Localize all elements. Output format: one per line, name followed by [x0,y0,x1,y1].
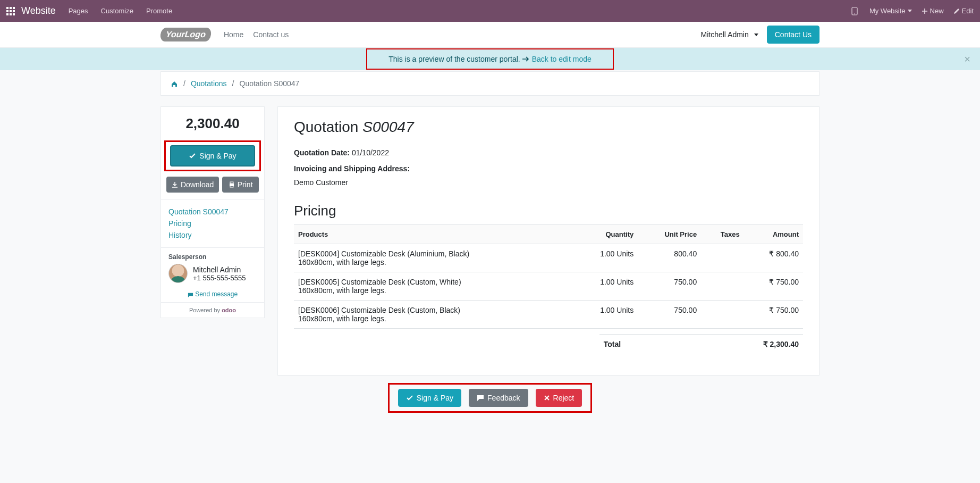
sidebar: 2,300.40 Sign & Pay Download Print Quota [160,106,265,318]
user-dropdown[interactable]: Mitchell Admin [700,30,758,39]
check-icon [406,395,413,401]
topbar-brand[interactable]: Website [21,5,56,16]
my-website-dropdown[interactable]: My Website [869,7,912,15]
topbar-pages[interactable]: Pages [69,7,88,15]
apps-icon[interactable] [6,7,15,15]
col-taxes: Taxes [701,225,744,244]
table-row: [DESK0006] Customizable Desk (Custom, Bl… [294,301,803,329]
print-icon [229,181,235,188]
close-icon[interactable]: × [964,53,970,65]
tax-cell [701,301,744,329]
table-row: [DESK0005] Customizable Desk (Custom, Wh… [294,272,803,301]
sign-pay-highlight: Sign & Pay [164,140,261,171]
sign-pay-label: Sign & Pay [199,152,236,160]
table-row: [DESK0004] Customizable Desk (Aluminium,… [294,244,803,272]
action-bar-highlight: Sign & Pay Feedback Reject [388,383,592,413]
check-icon [189,153,196,159]
sidebar-link-quotation[interactable]: Quotation S00047 [168,206,257,218]
sign-pay-button-side[interactable]: Sign & Pay [170,145,255,166]
col-unit-price: Unit Price [638,225,701,244]
close-icon [544,395,550,401]
powered-by: Powered by odoo [161,302,264,318]
unit-cell: 800.40 [638,244,701,272]
send-message-link[interactable]: Send message [188,290,238,298]
salesperson-block: Salesperson Mitchell Admin +1 555-555-55… [161,247,264,288]
col-products: Products [294,225,573,244]
alert-text: This is a preview of the customer portal… [388,55,520,63]
my-website-label: My Website [869,7,906,15]
qty-cell: 1.00 Units [573,272,638,301]
pricing-heading: Pricing [294,203,803,219]
breadcrumb-quotations[interactable]: Quotations [191,79,227,88]
salesperson-phone: +1 555-555-5555 [193,274,246,282]
avatar [168,264,188,283]
logo[interactable]: YourLogo [160,28,212,41]
sidebar-link-pricing[interactable]: Pricing [168,218,257,229]
product-name: [DESK0004] Customizable Desk (Aluminium,… [298,249,569,258]
feedback-button-label: Feedback [487,394,520,402]
feedback-button[interactable]: Feedback [469,389,528,407]
print-label: Print [238,180,253,189]
user-name: Mitchell Admin [700,30,748,39]
breadcrumb: / Quotations / Quotation S00047 [160,71,820,96]
col-quantity: Quantity [573,225,638,244]
salesperson-name: Mitchell Admin [193,265,246,274]
amount-cell: ₹ 800.40 [744,244,803,272]
topbar-customize[interactable]: Customize [101,7,133,15]
total-value: ₹ 2,300.40 [674,335,803,354]
download-icon [172,181,178,188]
unit-cell: 750.00 [638,272,701,301]
reject-button-label: Reject [553,394,575,402]
svg-rect-4 [230,186,233,187]
product-desc: 160x80cm, with large legs. [298,286,569,295]
amount-cell: ₹ 750.00 [744,301,803,329]
edit-label: Edit [962,7,974,15]
mobile-preview-icon[interactable] [851,7,860,15]
address-label: Invoicing and Shipping Address: [294,164,410,173]
preview-alert: This is a preview of the customer portal… [0,48,980,70]
product-name: [DESK0006] Customizable Desk (Custom, Bl… [298,306,569,314]
qty-cell: 1.00 Units [573,301,638,329]
tax-cell [701,272,744,301]
send-message-label: Send message [195,290,238,298]
sidebar-link-history[interactable]: History [168,229,257,241]
unit-cell: 750.00 [638,301,701,329]
product-desc: 160x80cm, with large legs. [298,314,569,323]
navbar: YourLogo Home Contact us Mitchell Admin … [0,22,980,48]
topbar: Website Pages Customize Promote My Websi… [0,0,980,22]
sign-pay-button[interactable]: Sign & Pay [398,389,461,407]
tax-cell [701,244,744,272]
content: Quotation S00047 Quotation Date: 01/10/2… [277,106,820,376]
nav-home[interactable]: Home [224,30,243,39]
topbar-promote[interactable]: Promote [146,7,172,15]
quotation-date-value: 01/10/2022 [352,148,389,157]
product-name: [DESK0005] Customizable Desk (Custom, Wh… [298,278,569,286]
sidebar-total: 2,300.40 [161,107,264,140]
qty-cell: 1.00 Units [573,244,638,272]
download-label: Download [181,180,214,189]
salesperson-label: Salesperson [168,253,257,261]
contact-us-button[interactable]: Contact Us [767,26,820,44]
reject-button[interactable]: Reject [536,389,582,407]
amount-cell: ₹ 750.00 [744,272,803,301]
nav-contact[interactable]: Contact us [253,30,289,39]
product-desc: 160x80cm, with large legs. [298,258,569,267]
sign-pay-button-label: Sign & Pay [417,394,453,402]
total-label: Total [599,335,674,354]
new-label: New [930,7,944,15]
download-button[interactable]: Download [166,177,219,193]
home-icon[interactable] [171,79,178,88]
page-title: Quotation S00047 [294,119,803,136]
new-button[interactable]: New [922,7,944,15]
sidebar-nav: Quotation S00047 Pricing History [161,199,264,247]
svg-rect-3 [230,182,233,184]
breadcrumb-current: Quotation S00047 [240,79,300,88]
pricing-table: Products Quantity Unit Price Taxes Amoun… [294,224,803,329]
comment-icon [477,395,484,401]
print-button[interactable]: Print [222,177,259,193]
address-value: Demo Customer [294,178,348,187]
odoo-logo: odoo [222,307,236,313]
back-to-edit-link[interactable]: Back to edit mode [532,55,592,63]
edit-button[interactable]: Edit [953,7,974,15]
col-amount: Amount [744,225,803,244]
